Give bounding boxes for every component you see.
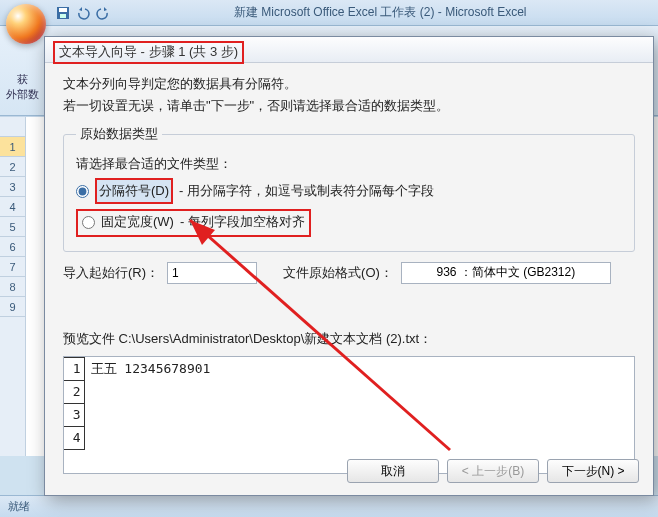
redo-icon[interactable] (94, 4, 112, 22)
ribbon-group-external-data[interactable]: 获 外部数 (6, 72, 39, 102)
radio-delimited-label: 分隔符号(D) (95, 178, 173, 204)
row-header[interactable]: 4 (0, 197, 25, 217)
preview-panel: 1王五 12345678901 2 3 4 (63, 356, 635, 474)
radio-delimited-desc: - 用分隔字符，如逗号或制表符分隔每个字段 (179, 180, 434, 202)
radio-delimited[interactable] (76, 185, 89, 198)
radio-fixed-width[interactable] (82, 216, 95, 229)
row-header[interactable]: 2 (0, 157, 25, 177)
radio-fixed-width-label: 固定宽度(W) (101, 211, 174, 233)
undo-icon[interactable] (74, 4, 92, 22)
radio-fixed-width-row[interactable]: 固定宽度(W) - 每列字段加空格对齐 (82, 211, 305, 233)
status-text: 就绪 (8, 500, 30, 512)
row-header[interactable]: 5 (0, 217, 25, 237)
preview-row: 1王五 12345678901 (64, 357, 216, 380)
preview-row: 3 (64, 403, 216, 426)
preview-line-text (84, 380, 216, 403)
window-title: 新建 Microsoft Office Excel 工作表 (2) - Micr… (234, 4, 527, 21)
dialog-button-bar: 取消 < 上一步(B) 下一步(N) > (347, 459, 639, 483)
dialog-title-bar[interactable]: 文本导入向导 - 步骤 1 (共 3 步) (45, 37, 653, 63)
ribbon-group-line1: 获 (6, 72, 39, 87)
text-import-wizard-dialog: 文本导入向导 - 步骤 1 (共 3 步) 文本分列向导判定您的数据具有分隔符。… (44, 36, 654, 496)
start-row-input[interactable] (167, 262, 257, 284)
row-header[interactable]: 8 (0, 277, 25, 297)
preview-line-number: 2 (64, 380, 84, 403)
file-origin-select[interactable] (401, 262, 611, 284)
file-origin-label: 文件原始格式(O)： (283, 262, 393, 284)
cancel-button[interactable]: 取消 (347, 459, 439, 483)
row-header[interactable]: 1 (0, 137, 25, 157)
row-header[interactable]: 6 (0, 237, 25, 257)
preview-row: 4 (64, 427, 216, 450)
original-data-type-group: 原始数据类型 请选择最合适的文件类型： 分隔符号(D) - 用分隔字符，如逗号或… (63, 123, 635, 251)
save-icon[interactable] (54, 4, 72, 22)
preview-line-number: 3 (64, 403, 84, 426)
office-button[interactable] (6, 4, 46, 44)
radio-delimited-row[interactable]: 分隔符号(D) - 用分隔字符，如逗号或制表符分隔每个字段 (76, 178, 622, 204)
preview-table: 1王五 12345678901 2 3 4 (64, 357, 216, 450)
intro-line-1: 文本分列向导判定您的数据具有分隔符。 (63, 73, 635, 95)
group-legend: 原始数据类型 (76, 123, 162, 145)
preview-line-number: 4 (64, 427, 84, 450)
dialog-body: 文本分列向导判定您的数据具有分隔符。 若一切设置无误，请单击"下一步"，否则请选… (45, 63, 653, 484)
back-button[interactable]: < 上一步(B) (447, 459, 539, 483)
preview-line-text (84, 403, 216, 426)
preview-row: 2 (64, 380, 216, 403)
preview-label: 预览文件 C:\Users\Administrator\Desktop\新建文本… (63, 328, 635, 350)
dialog-title: 文本导入向导 - 步骤 1 (共 3 步) (53, 41, 244, 64)
preview-line-text: 王五 12345678901 (84, 357, 216, 380)
start-row-label: 导入起始行(R)： (63, 262, 159, 284)
import-start-row-field: 导入起始行(R)： 文件原始格式(O)： (63, 262, 635, 284)
excel-title-bar: 新建 Microsoft Office Excel 工作表 (2) - Micr… (0, 0, 658, 26)
ribbon-group-line2: 外部数 (6, 87, 39, 102)
select-all-cell[interactable] (0, 117, 25, 137)
preview-line-text (84, 427, 216, 450)
preview-line-number: 1 (64, 357, 84, 380)
choose-file-type-prompt: 请选择最合适的文件类型： (76, 153, 622, 175)
next-button[interactable]: 下一步(N) > (547, 459, 639, 483)
row-header[interactable]: 7 (0, 257, 25, 277)
row-header[interactable]: 3 (0, 177, 25, 197)
radio-fixed-width-desc: - 每列字段加空格对齐 (180, 211, 305, 233)
svg-rect-1 (59, 8, 67, 12)
status-bar: 就绪 (0, 495, 658, 517)
svg-rect-2 (60, 14, 66, 18)
row-header[interactable]: 9 (0, 297, 25, 317)
intro-line-2: 若一切设置无误，请单击"下一步"，否则请选择最合适的数据类型。 (63, 95, 635, 117)
row-headers: 1 2 3 4 5 6 7 8 9 (0, 117, 26, 456)
